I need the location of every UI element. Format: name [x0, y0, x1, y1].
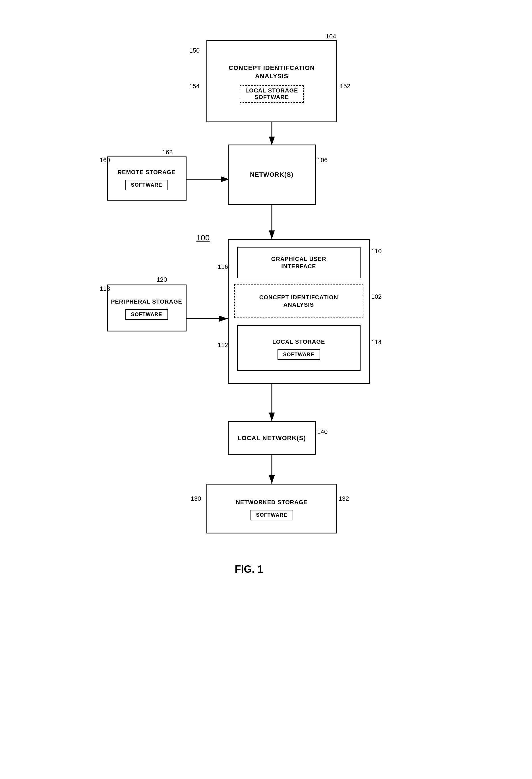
box-160-label: REMOTE STORAGE: [115, 167, 179, 178]
box-130-inner: SOFTWARE: [251, 510, 293, 520]
box-160-inner: SOFTWARE: [125, 180, 168, 190]
ref-104: 104: [326, 33, 336, 40]
ref-106: 106: [317, 157, 328, 164]
ref-154: 154: [189, 82, 200, 90]
box-106: NETWORK(S): [228, 144, 316, 205]
box-120-inner: SOFTWARE: [125, 309, 168, 320]
box-160: REMOTE STORAGE SOFTWARE: [107, 157, 187, 200]
ref-130: 130: [191, 495, 201, 502]
box-140: LOCAL NETWORK(S): [228, 421, 316, 455]
box-110-label: GRAPHICAL USERINTERFACE: [268, 253, 329, 272]
ref-140: 140: [317, 428, 328, 436]
box-114-inner: SOFTWARE: [277, 349, 320, 360]
ref-100: 100: [196, 233, 210, 242]
box-110: GRAPHICAL USERINTERFACE: [237, 247, 360, 278]
box-150-concept-label: CONCEPT IDENTIFCATIONANALYSIS: [226, 62, 318, 82]
box-150: CONCEPT IDENTIFCATIONANALYSIS LOCAL STOR…: [206, 40, 337, 122]
ref-152: 152: [340, 82, 351, 90]
box-106-label: NETWORK(S): [247, 169, 296, 181]
ref-118: 118: [100, 285, 110, 293]
ref-112: 112: [218, 342, 228, 349]
ref-110: 110: [371, 247, 382, 255]
ref-102: 102: [371, 293, 382, 300]
box-120: PERIPHERAL STORAGE SOFTWARE: [107, 285, 187, 332]
box-102-label: CONCEPT IDENTIFCATIONANALYSIS: [257, 292, 341, 310]
ref-100-text: 100: [196, 233, 210, 242]
ref-114: 114: [371, 339, 382, 346]
ref-162: 162: [162, 148, 173, 156]
box-140-label: LOCAL NETWORK(S): [235, 432, 309, 444]
box-152-inner: LOCAL STORAGESOFTWARE: [240, 85, 304, 103]
box-130: NETWORKED STORAGE SOFTWARE: [206, 484, 337, 533]
figure-label: FIG. 1: [235, 563, 263, 575]
box-114-label: LOCAL STORAGE: [270, 336, 328, 347]
box-114-outer: LOCAL STORAGE SOFTWARE: [237, 325, 360, 371]
page: CONCEPT IDENTIFCATION 104 CONCEPT IDENTI…: [0, 0, 532, 779]
ref-116: 116: [218, 263, 228, 271]
ref-160: 160: [100, 157, 110, 164]
box-152-inner-wrapper: LOCAL STORAGESOFTWARE: [240, 85, 304, 103]
box-130-label: NETWORKED STORAGE: [233, 497, 310, 507]
diagram-container: CONCEPT IDENTIFCATION 104 CONCEPT IDENTI…: [95, 17, 437, 728]
box-100-outer: GRAPHICAL USERINTERFACE CONCEPT IDENTIFC…: [228, 239, 370, 384]
ref-150: 150: [189, 47, 200, 54]
ref-120: 120: [157, 276, 167, 283]
box-120-label: PERIPHERAL STORAGE: [108, 296, 185, 307]
box-102-dashed: CONCEPT IDENTIFCATIONANALYSIS: [234, 284, 363, 318]
ref-132: 132: [339, 495, 349, 502]
